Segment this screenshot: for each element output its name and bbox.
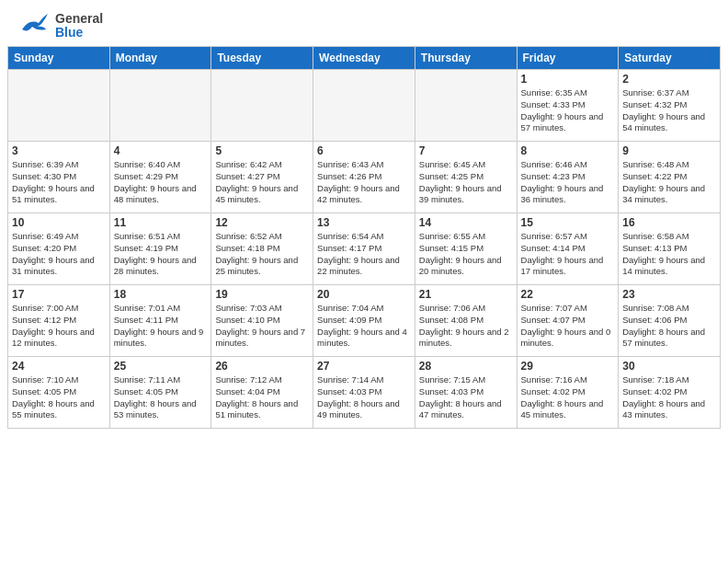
- day-number: 5: [215, 144, 309, 157]
- calendar-cell: 28Sunrise: 7:15 AMSunset: 4:03 PMDayligh…: [415, 357, 517, 429]
- day-info: Sunset: 4:33 PM: [521, 99, 615, 111]
- day-info: Daylight: 9 hours and 28 minutes.: [114, 255, 208, 279]
- day-info: Sunset: 4:32 PM: [622, 99, 716, 111]
- calendar-cell: 22Sunrise: 7:07 AMSunset: 4:07 PMDayligh…: [517, 285, 619, 357]
- day-info: Daylight: 8 hours and 55 minutes.: [12, 398, 106, 422]
- calendar-cell: [415, 70, 517, 142]
- calendar-cell: 13Sunrise: 6:54 AMSunset: 4:17 PMDayligh…: [313, 213, 415, 285]
- day-info: Sunrise: 7:07 AM: [521, 303, 615, 315]
- day-info: Daylight: 9 hours and 36 minutes.: [521, 183, 615, 207]
- day-info: Sunrise: 6:58 AM: [622, 231, 716, 243]
- day-number: 3: [12, 144, 106, 157]
- col-wednesday: Wednesday: [313, 47, 415, 70]
- logo: General Blue: [18, 9, 103, 42]
- day-info: Daylight: 9 hours and 39 minutes.: [419, 183, 513, 207]
- day-info: Sunset: 4:09 PM: [317, 315, 411, 327]
- day-info: Sunset: 4:12 PM: [12, 315, 106, 327]
- calendar-cell: [109, 70, 211, 142]
- day-info: Daylight: 8 hours and 51 minutes.: [215, 398, 309, 422]
- day-info: Sunrise: 7:10 AM: [12, 374, 106, 386]
- day-info: Daylight: 9 hours and 4 minutes.: [317, 327, 411, 350]
- day-info: Daylight: 9 hours and 17 minutes.: [521, 255, 615, 279]
- day-info: Daylight: 9 hours and 51 minutes.: [12, 183, 106, 207]
- calendar-cell: 27Sunrise: 7:14 AMSunset: 4:03 PMDayligh…: [313, 357, 415, 429]
- day-info: Sunrise: 6:45 AM: [419, 159, 513, 171]
- day-info: Daylight: 8 hours and 57 minutes.: [622, 327, 716, 350]
- calendar-cell: 10Sunrise: 6:49 AMSunset: 4:20 PMDayligh…: [8, 213, 110, 285]
- day-number: 28: [419, 360, 513, 373]
- day-number: 18: [114, 288, 208, 301]
- day-info: Daylight: 9 hours and 2 minutes.: [419, 327, 513, 350]
- calendar-cell: 3Sunrise: 6:39 AMSunset: 4:30 PMDaylight…: [8, 142, 110, 213]
- header: General Blue: [0, 0, 728, 46]
- day-info: Sunset: 4:20 PM: [12, 243, 106, 255]
- day-info: Sunset: 4:15 PM: [419, 243, 513, 255]
- day-info: Sunrise: 7:04 AM: [317, 303, 411, 315]
- day-info: Sunset: 4:25 PM: [419, 171, 513, 183]
- day-info: Sunset: 4:08 PM: [419, 315, 513, 327]
- day-info: Sunset: 4:11 PM: [114, 315, 208, 327]
- calendar-cell: 30Sunrise: 7:18 AMSunset: 4:02 PMDayligh…: [619, 357, 721, 429]
- logo-general-text: General: [55, 12, 103, 26]
- day-info: Sunset: 4:18 PM: [215, 243, 309, 255]
- day-info: Daylight: 9 hours and 20 minutes.: [419, 255, 513, 279]
- day-info: Daylight: 8 hours and 43 minutes.: [622, 398, 716, 422]
- calendar-cell: 12Sunrise: 6:52 AMSunset: 4:18 PMDayligh…: [211, 213, 313, 285]
- calendar-cell: 16Sunrise: 6:58 AMSunset: 4:13 PMDayligh…: [619, 213, 721, 285]
- day-info: Sunrise: 7:12 AM: [215, 374, 309, 386]
- day-info: Sunset: 4:30 PM: [12, 171, 106, 183]
- day-number: 17: [12, 288, 106, 301]
- day-info: Sunset: 4:22 PM: [622, 171, 716, 183]
- calendar-cell: 15Sunrise: 6:57 AMSunset: 4:14 PMDayligh…: [517, 213, 619, 285]
- day-info: Sunrise: 7:00 AM: [12, 303, 106, 315]
- calendar-cell: 9Sunrise: 6:48 AMSunset: 4:22 PMDaylight…: [619, 142, 721, 213]
- day-info: Sunrise: 6:35 AM: [521, 87, 615, 99]
- day-number: 9: [622, 144, 716, 157]
- day-number: 10: [12, 216, 106, 229]
- calendar-wrapper: Sunday Monday Tuesday Wednesday Thursday…: [0, 46, 728, 436]
- day-info: Sunrise: 6:43 AM: [317, 159, 411, 171]
- day-info: Sunrise: 7:14 AM: [317, 374, 411, 386]
- calendar-body: 1Sunrise: 6:35 AMSunset: 4:33 PMDaylight…: [8, 70, 721, 429]
- calendar-cell: 25Sunrise: 7:11 AMSunset: 4:05 PMDayligh…: [109, 357, 211, 429]
- day-info: Daylight: 9 hours and 9 minutes.: [114, 327, 208, 350]
- day-number: 24: [12, 360, 106, 373]
- day-info: Daylight: 8 hours and 45 minutes.: [521, 398, 615, 422]
- day-number: 7: [419, 144, 513, 157]
- calendar-cell: 14Sunrise: 6:55 AMSunset: 4:15 PMDayligh…: [415, 213, 517, 285]
- calendar-cell: [8, 70, 110, 142]
- day-info: Daylight: 9 hours and 45 minutes.: [215, 183, 309, 207]
- day-info: Daylight: 9 hours and 48 minutes.: [114, 183, 208, 207]
- day-info: Daylight: 9 hours and 12 minutes.: [12, 327, 106, 350]
- day-info: Sunset: 4:17 PM: [317, 243, 411, 255]
- calendar-cell: 4Sunrise: 6:40 AMSunset: 4:29 PMDaylight…: [109, 142, 211, 213]
- day-number: 8: [521, 144, 615, 157]
- calendar-cell: 8Sunrise: 6:46 AMSunset: 4:23 PMDaylight…: [517, 142, 619, 213]
- day-info: Sunrise: 6:39 AM: [12, 159, 106, 171]
- day-number: 1: [521, 73, 615, 86]
- day-info: Sunrise: 7:11 AM: [114, 374, 208, 386]
- calendar-cell: 29Sunrise: 7:16 AMSunset: 4:02 PMDayligh…: [517, 357, 619, 429]
- calendar-cell: [313, 70, 415, 142]
- day-info: Sunrise: 7:16 AM: [521, 374, 615, 386]
- day-info: Daylight: 8 hours and 49 minutes.: [317, 398, 411, 422]
- calendar-header: Sunday Monday Tuesday Wednesday Thursday…: [8, 47, 721, 70]
- day-number: 15: [521, 216, 615, 229]
- logo-blue-text: Blue: [55, 26, 103, 40]
- day-number: 23: [622, 288, 716, 301]
- day-info: Sunset: 4:29 PM: [114, 171, 208, 183]
- day-number: 11: [114, 216, 208, 229]
- day-number: 29: [521, 360, 615, 373]
- day-info: Sunrise: 7:03 AM: [215, 303, 309, 315]
- day-info: Sunrise: 6:42 AM: [215, 159, 309, 171]
- calendar-cell: 11Sunrise: 6:51 AMSunset: 4:19 PMDayligh…: [109, 213, 211, 285]
- day-info: Sunset: 4:19 PM: [114, 243, 208, 255]
- day-number: 6: [317, 144, 411, 157]
- day-number: 27: [317, 360, 411, 373]
- day-number: 12: [215, 216, 309, 229]
- col-monday: Monday: [109, 47, 211, 70]
- calendar-cell: [211, 70, 313, 142]
- calendar-cell: 17Sunrise: 7:00 AMSunset: 4:12 PMDayligh…: [8, 285, 110, 357]
- day-number: 13: [317, 216, 411, 229]
- day-info: Sunset: 4:03 PM: [317, 386, 411, 398]
